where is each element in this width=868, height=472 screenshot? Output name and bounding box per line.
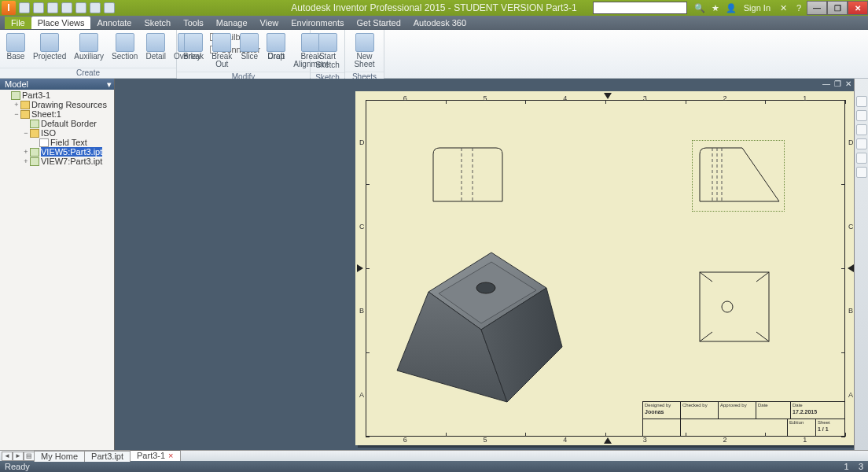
tree-node[interactable]: +VIEW5:Part3.ipt [0,147,114,157]
tab-part3-ipt[interactable]: Part3.ipt [84,451,131,462]
projected-button[interactable]: Projected [30,31,69,62]
window-title: Autodesk Inventor Professional 2015 - ST… [291,2,576,13]
browser-header[interactable]: Model ▾ [0,79,114,90]
doc-min-button[interactable]: — [821,79,832,88]
tree-node[interactable]: Part3-1 [0,90,114,100]
search-icon[interactable]: 🔍 [693,2,706,14]
tree-node[interactable]: −ISO [0,128,114,138]
ruler-letter: C [359,223,365,230]
new-sheet-button[interactable]: New Sheet [348,31,381,70]
viewcube-button[interactable] [856,96,867,107]
ruler-number: 6 [403,94,407,102]
auxiliary-button[interactable]: Auxiliary [71,31,107,62]
status-num1: 1 [844,462,849,471]
exchange-icon[interactable]: ✕ [777,2,789,14]
browser-close-icon[interactable]: ▾ [105,79,114,89]
status-num2: 3 [859,462,863,471]
ruler-number: 3 [643,436,647,444]
tab-part3-1[interactable]: Part3-1 × [130,450,181,461]
pan-button[interactable] [856,110,867,121]
drawing-sheet[interactable]: Designed byJoonas Checked by Approved by… [355,91,854,445]
search-input[interactable] [593,2,687,14]
zoom-button[interactable] [856,124,867,135]
lookAt-button[interactable] [856,153,867,164]
ruler-letter: B [359,307,364,315]
user-icon[interactable]: 👤 [725,2,737,14]
panel-title-create: Create [0,68,176,78]
minimize-button[interactable]: — [807,1,827,15]
qat-save[interactable] [47,2,58,13]
browser-tree[interactable]: Part3-1+Drawing Resources−Sheet:1Default… [0,90,114,450]
environments-tab[interactable]: Environments [285,17,350,29]
close-icon[interactable]: × [168,451,173,460]
maximize-button[interactable]: ❐ [827,1,848,15]
start-sketch-button[interactable]: StartSketch [312,31,343,71]
title-block: Designed byJoonas Checked by Approved by… [642,401,845,437]
a360-tab[interactable]: Autodesk 360 [407,17,473,29]
qat-new[interactable] [19,2,30,13]
view-front[interactable] [432,146,504,203]
tree-node[interactable]: −Sheet:1 [0,109,114,119]
view-right[interactable] [698,146,781,203]
tree-node[interactable]: Default Border [0,119,114,128]
model-browser: Model ▾ Part3-1+Drawing Resources−Sheet:… [0,79,115,450]
ruler-number: 3 [643,94,647,102]
qat-print[interactable] [90,2,101,13]
orbit-button[interactable] [856,138,867,149]
qat-open[interactable] [33,2,44,13]
sketch-tab[interactable]: Sketch [138,17,178,29]
base-button[interactable]: Base [3,31,28,62]
title-bar: I Autodesk Inventor Professional 2015 - … [0,0,868,16]
view-tab[interactable]: View [254,17,285,29]
svg-line-8 [756,272,769,282]
annotate-tab[interactable]: Annotate [90,17,138,29]
tree-node[interactable]: Field Text [0,138,114,147]
tab-list-button[interactable]: ▤ [24,452,35,461]
manage-tab[interactable]: Manage [210,17,254,29]
help-icon[interactable]: ? [793,2,805,14]
home-button[interactable] [856,167,867,178]
get-started-tab[interactable]: Get Started [351,17,407,29]
ruler-number: 5 [484,94,487,102]
doc-close-button[interactable]: ✕ [843,79,854,88]
doc-restore-button[interactable]: ❐ [832,79,843,88]
view-iso[interactable] [385,245,566,414]
browser-title: Model [5,79,28,89]
breakout-button[interactable]: Break Out [208,31,235,70]
svg-point-6 [722,301,733,312]
star-icon[interactable]: ★ [709,2,722,14]
tab-next-button[interactable]: ► [13,452,24,461]
qat-undo[interactable] [61,2,72,13]
tree-node[interactable]: +VIEW7:Part3.ipt [0,157,114,166]
ruler-letter: D [359,138,365,146]
section-button[interactable]: Section [108,31,141,62]
crop-button[interactable]: Crop [263,31,289,62]
app-icon[interactable]: I [2,1,16,15]
quick-access-toolbar: I [0,0,115,16]
tree-node[interactable]: +Drawing Resources [0,100,114,109]
ruler-letter: C [848,223,854,230]
file-tab[interactable]: File [5,17,31,29]
view-top[interactable] [698,271,771,343]
status-bar: Ready 1 3 [0,461,868,472]
tab-myhome[interactable]: My Home [34,451,85,462]
sign-in-link[interactable]: Sign In [744,3,771,13]
tools-tab[interactable]: Tools [177,17,210,29]
drawing-canvas[interactable]: — ❐ ✕ [115,79,854,450]
tab-prev-button[interactable]: ◄ [2,452,13,461]
close-button[interactable]: ✕ [848,1,868,15]
ruler-number: 2 [723,436,727,444]
svg-line-10 [756,332,769,341]
ruler-number: 6 [403,436,407,444]
ribbon-tabs: File Place Views Annotate Sketch Tools M… [0,16,868,30]
ruler-number: 4 [563,94,567,102]
place-views-tab[interactable]: Place Views [31,17,91,29]
detail-button[interactable]: Detail [142,31,169,62]
qat-more[interactable] [104,2,115,13]
break-button[interactable]: Break [180,31,207,62]
right-center-marker [848,264,854,272]
status-text: Ready [5,462,30,471]
qat-redo[interactable] [75,2,86,13]
ruler-number: 1 [803,94,807,102]
slice-button[interactable]: Slice [237,31,262,62]
